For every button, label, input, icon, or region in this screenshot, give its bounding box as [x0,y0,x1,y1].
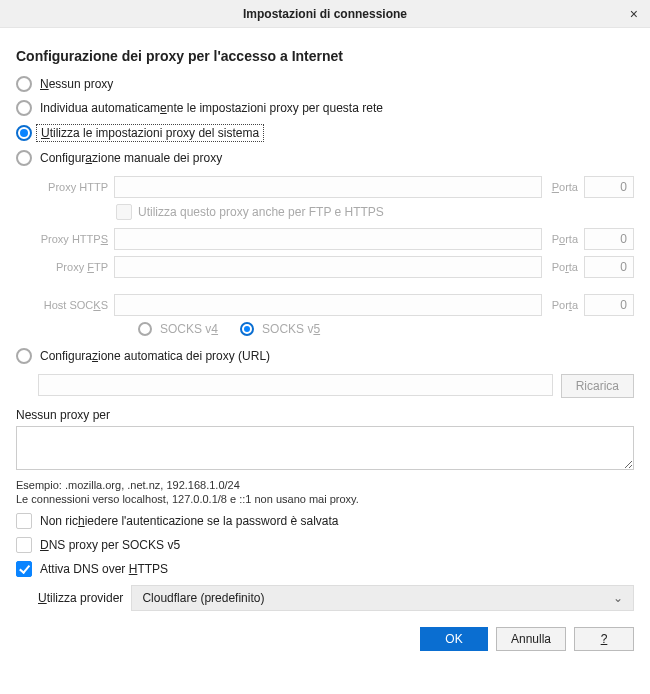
http-proxy-input[interactable] [114,176,542,198]
radio-no-proxy[interactable]: Nessun proxy [16,72,634,96]
provider-label: Utilizza provider [38,591,123,605]
no-auth-checkbox-row[interactable]: Non richiedere l'autenticazione se la pa… [16,513,634,529]
radio-icon [16,150,32,166]
http-port-input[interactable] [584,176,634,198]
ftp-proxy-input[interactable] [114,256,542,278]
socks-version-group: SOCKS v4 SOCKS v5 [138,322,634,336]
socks-port-input[interactable] [584,294,634,316]
checkbox-icon [116,204,132,220]
no-proxy-input[interactable] [16,426,634,470]
checkbox-icon [16,537,32,553]
help-button[interactable]: ? [574,627,634,651]
radio-icon [16,125,32,141]
close-icon[interactable]: × [624,3,644,25]
dialog-footer: OK Annulla ? [16,623,634,655]
localhost-hint: Le connessioni verso localhost, 127.0.0.… [16,493,634,505]
no-proxy-label: Nessun proxy per [16,408,634,422]
label: essun proxy [49,77,114,91]
http-label: Proxy HTTP [38,181,108,193]
provider-value: Cloudflare (predefinito) [142,591,264,605]
radio-pac[interactable]: Configurazione automatica dei proxy (URL… [16,344,634,368]
socks4-radio[interactable] [138,322,152,336]
provider-select[interactable]: Cloudflare (predefinito) ⌄ [131,585,634,611]
checkbox-icon [16,513,32,529]
https-port-input[interactable] [584,228,634,250]
radio-icon [16,348,32,364]
dns-socks-checkbox-row[interactable]: DNS proxy per SOCKS v5 [16,537,634,553]
radio-icon [16,100,32,116]
radio-auto-detect[interactable]: Individua automaticamente le impostazion… [16,96,634,120]
label: Utilizza questo proxy anche per FTP e HT… [138,205,384,219]
socks-label: Host SOCKS [38,299,108,311]
ftp-port-input[interactable] [584,256,634,278]
manual-proxy-grid: Proxy HTTP Porta Utilizza questo proxy a… [38,176,634,336]
radio-manual-proxy[interactable]: Configurazione manuale dei proxy [16,146,634,170]
pac-url-input[interactable] [38,374,553,396]
use-for-all-row[interactable]: Utilizza questo proxy anche per FTP e HT… [116,204,634,220]
example-hint: Esempio: .mozilla.org, .net.nz, 192.168.… [16,479,634,491]
ok-button[interactable]: OK [420,627,488,651]
doh-checkbox-row[interactable]: Attiva DNS over HTTPS [16,561,634,577]
dialog-content: Configurazione dei proxy per l'accesso a… [0,28,650,667]
reload-button[interactable]: Ricarica [561,374,634,398]
checkbox-icon [16,561,32,577]
section-heading: Configurazione dei proxy per l'accesso a… [16,48,634,64]
radio-icon [16,76,32,92]
ftp-label: Proxy FTP [38,261,108,273]
https-proxy-input[interactable] [114,228,542,250]
radio-system-proxy[interactable]: Utilizza le impostazioni proxy del siste… [16,120,634,146]
cancel-button[interactable]: Annulla [496,627,566,651]
titlebar: Impostazioni di connessione × [0,0,650,28]
dialog-title: Impostazioni di connessione [243,7,407,21]
socks5-radio[interactable] [240,322,254,336]
chevron-down-icon: ⌄ [613,591,623,605]
https-label: Proxy HTTPS [38,233,108,245]
socks-host-input[interactable] [114,294,542,316]
